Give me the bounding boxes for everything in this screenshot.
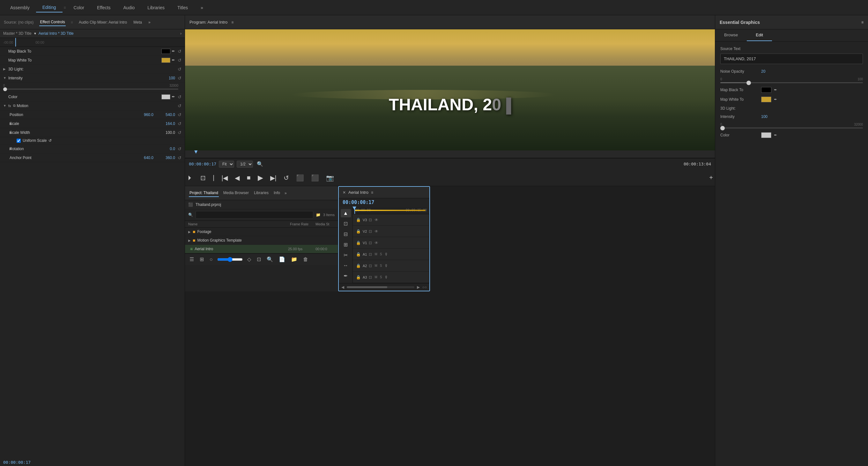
panel-tab-menu[interactable]: ≡: [71, 20, 73, 25]
track-a1-mic[interactable]: 🎙: [384, 252, 389, 257]
eg-color-swatch[interactable]: [761, 132, 771, 138]
timeline-scrollbar[interactable]: [347, 286, 414, 288]
track-a1-m[interactable]: M: [374, 253, 378, 256]
timeline-loop[interactable]: ○○: [422, 285, 427, 290]
col-fps-header[interactable]: Frame Rate: [290, 222, 315, 226]
nav-item-editing[interactable]: Editing: [36, 3, 63, 12]
meta-tab[interactable]: Meta: [133, 19, 143, 26]
map-black-reset[interactable]: ↺: [178, 49, 182, 54]
track-v1-lock[interactable]: 🔒: [355, 241, 362, 245]
stop-btn[interactable]: ■: [245, 173, 252, 182]
zoom-icon[interactable]: 🔍: [255, 160, 265, 168]
eg-map-black-swatch[interactable]: [761, 87, 771, 93]
color-reset[interactable]: ↺: [178, 94, 182, 99]
timeline-scrollbar-thumb[interactable]: [347, 286, 387, 288]
nav-overflow[interactable]: »: [194, 3, 210, 12]
mark-in-btn[interactable]: ⏵: [185, 173, 195, 182]
icon-view-btn[interactable]: ⊞: [198, 256, 205, 263]
track-a2-mic[interactable]: 🎙: [384, 264, 389, 268]
ripple-edit-tool[interactable]: ⊟: [341, 230, 351, 238]
track-a2-lock[interactable]: 🔒: [355, 264, 362, 268]
rotation-value[interactable]: 0.0: [156, 146, 175, 151]
timeline-scroll-left[interactable]: ◀: [341, 285, 344, 290]
fit-dropdown[interactable]: Fit: [219, 161, 234, 168]
anchor-y[interactable]: 360.0: [156, 156, 175, 160]
eg-color-eyedropper[interactable]: ✒: [774, 133, 777, 137]
effect-controls-tab[interactable]: Effect Controls: [39, 19, 65, 26]
scale-width-value[interactable]: 100.0: [156, 130, 175, 135]
icon-size-slider[interactable]: [217, 257, 243, 262]
map-white-eyedropper[interactable]: ✒: [172, 58, 175, 63]
track-a2-source[interactable]: ⊡: [368, 264, 373, 268]
anchor-reset[interactable]: ↺: [178, 155, 182, 160]
pen-tool[interactable]: ✒: [341, 272, 351, 280]
ec-arrow-btn[interactable]: ›: [180, 31, 182, 36]
intensity-expand[interactable]: ▼: [3, 76, 8, 80]
proj-tab-info[interactable]: Info: [273, 189, 281, 197]
clip-label[interactable]: Aerial Intro * 3D Title: [39, 31, 74, 36]
eg-source-text-input[interactable]: THAILAND, 2017: [720, 54, 863, 64]
track-a1-source[interactable]: ⊡: [368, 252, 373, 257]
audio-clip-mixer-tab[interactable]: Audio Clip Mixer: Aerial Intro: [78, 19, 128, 26]
scale-width-reset[interactable]: ↺: [178, 130, 182, 135]
track-a3-mic[interactable]: 🎙: [384, 275, 389, 279]
motion-expand[interactable]: ▼: [3, 104, 8, 107]
track-v2-eye[interactable]: 👁: [374, 229, 379, 234]
selection-tool[interactable]: ▲: [341, 209, 351, 218]
rotation-expand[interactable]: ▶: [3, 147, 9, 151]
go-to-in-btn[interactable]: |◀: [219, 173, 230, 183]
track-a1-lock[interactable]: 🔒: [355, 252, 362, 257]
intensity-value[interactable]: 100: [156, 76, 175, 80]
motion-reset[interactable]: ↺: [178, 103, 182, 108]
track-v2-lock[interactable]: 🔒: [355, 229, 362, 234]
rotation-reset[interactable]: ↺: [178, 146, 182, 152]
position-reset[interactable]: ↺: [178, 112, 182, 117]
delete-btn[interactable]: 🗑: [302, 256, 309, 263]
track-a3-m[interactable]: M: [374, 275, 378, 279]
proj-overflow[interactable]: »: [284, 190, 287, 197]
3d-light-expand[interactable]: ▶: [3, 67, 8, 71]
map-white-reset[interactable]: ↺: [178, 58, 182, 63]
track-select-tool[interactable]: ⊡: [341, 219, 351, 228]
track-v1-eye[interactable]: 👁: [374, 241, 379, 245]
eg-intensity-value[interactable]: 100: [761, 114, 768, 119]
track-a3-s[interactable]: S: [379, 275, 383, 279]
new-bin-btn[interactable]: 📁: [290, 256, 299, 263]
scale-width-expand[interactable]: ▶: [3, 131, 9, 134]
nav-item-libraries[interactable]: Libraries: [141, 3, 171, 12]
eg-noise-opacity-value[interactable]: 20: [761, 69, 765, 74]
loop-btn[interactable]: ↺: [282, 173, 291, 183]
track-a2-s[interactable]: S: [379, 264, 383, 267]
track-v3-eye[interactable]: 👁: [374, 218, 379, 222]
timeline-close-btn[interactable]: ✕: [343, 190, 346, 195]
map-white-swatch[interactable]: [161, 58, 170, 63]
deselect-btn[interactable]: |: [211, 173, 216, 182]
export-frame-btn[interactable]: 📷: [324, 173, 336, 183]
nav-item-effects[interactable]: Effects: [91, 3, 117, 12]
step-back-btn[interactable]: ◀: [233, 173, 242, 183]
proj-tab-libraries[interactable]: Libraries: [253, 189, 269, 197]
eg-intensity-slider[interactable]: [720, 128, 863, 128]
track-a2-m[interactable]: M: [374, 264, 378, 267]
eg-map-black-eyedropper[interactable]: ✒: [774, 88, 777, 92]
map-black-swatch[interactable]: [161, 49, 170, 54]
position-y[interactable]: 540.0: [156, 112, 175, 117]
panel-overflow[interactable]: »: [148, 19, 151, 26]
eg-tab-browse[interactable]: Browse: [715, 29, 747, 41]
project-item-mgt[interactable]: ▶ ■ Motion Graphics Template: [185, 236, 338, 245]
player-timeline-bar[interactable]: [185, 151, 715, 158]
razor-tool[interactable]: ✂: [341, 251, 351, 260]
eg-noise-slider[interactable]: [720, 82, 863, 83]
eg-tab-edit[interactable]: Edit: [747, 29, 772, 41]
timeline-menu[interactable]: ≡: [371, 190, 373, 195]
track-a3-source[interactable]: ⊡: [368, 275, 373, 279]
quality-dropdown[interactable]: 1/2: [237, 161, 253, 168]
project-search-input[interactable]: [195, 211, 313, 219]
track-v3-source-patch[interactable]: ⊡: [368, 218, 373, 222]
scale-value[interactable]: 164.0: [156, 122, 175, 126]
play-btn[interactable]: ▶: [256, 172, 265, 183]
track-a3-lock[interactable]: 🔒: [355, 275, 362, 279]
new-item-btn[interactable]: 📄: [278, 256, 286, 263]
slip-tool[interactable]: ↔: [341, 261, 351, 270]
uniform-scale-reset[interactable]: ↺: [49, 138, 52, 143]
